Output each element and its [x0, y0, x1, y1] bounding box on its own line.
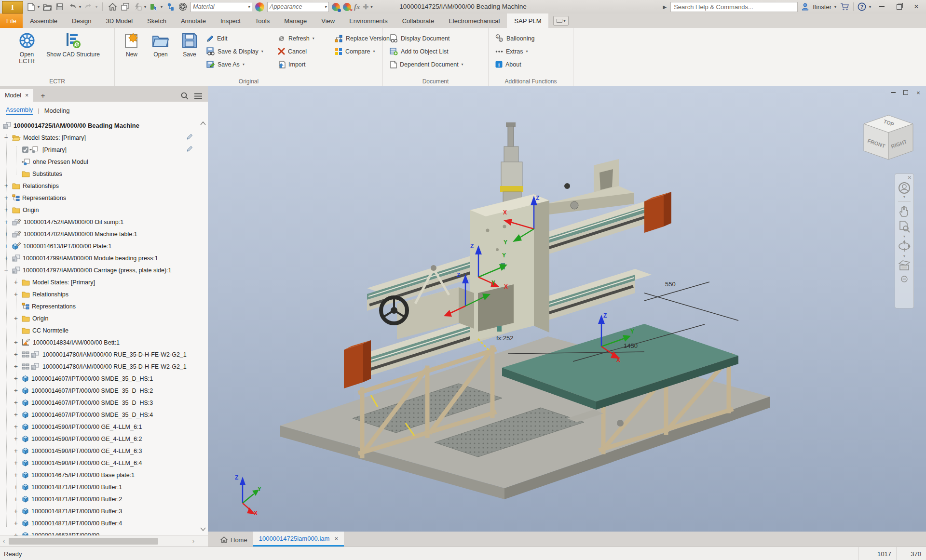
tree-expander-icon[interactable]: +	[3, 206, 10, 213]
ribbon-tab-electromechanical[interactable]: Electromechanical	[441, 13, 507, 28]
navbar-close-icon[interactable]: ✕	[906, 174, 913, 181]
browser-tab-close-icon[interactable]: ×	[25, 92, 28, 99]
ribbon-tab-view[interactable]: View	[314, 13, 342, 28]
tree-expander-icon[interactable]: +	[13, 339, 19, 346]
tree-item[interactable]: CC Normteile	[0, 324, 198, 336]
tree-item[interactable]: +10000014871/IPT/000/00 Buffer:2	[0, 493, 198, 505]
tree-expander-icon[interactable]: +	[13, 351, 19, 358]
tree-expander-icon[interactable]: −	[3, 134, 10, 141]
tree-expander-icon[interactable]: +	[13, 315, 19, 322]
tree-expander-icon[interactable]: +	[3, 218, 10, 226]
appearance-combo[interactable]: Appearance▾	[267, 2, 329, 12]
document-tab-close-icon[interactable]: ×	[334, 535, 338, 542]
tree-item[interactable]: +10000014799/IAM/000/00 Module beading p…	[0, 252, 198, 264]
browser-hscrollbar[interactable]: ‹ ›	[0, 535, 208, 547]
ribbon-tab-file[interactable]: File	[0, 13, 23, 28]
tree-expander-icon[interactable]: +	[13, 483, 19, 491]
tree-item[interactable]: +10000014871/IPT/000/00 Buffer:4	[0, 517, 198, 529]
tree-item[interactable]: [Primary]	[0, 144, 198, 156]
ribbon-tab-collaborate[interactable]: Collaborate	[395, 13, 442, 28]
help-dropdown[interactable]: ▾	[869, 5, 871, 9]
tree-item[interactable]: Substitutes	[0, 168, 198, 180]
tree-expander-icon[interactable]: +	[13, 387, 19, 394]
tree-expander-icon[interactable]: −	[3, 267, 10, 274]
tree-item[interactable]: +10000014590/IPT/000/00 GE_4-LLM_6:3	[0, 445, 198, 457]
open-ectr-button[interactable]: Open ECTR	[13, 31, 41, 65]
inventor-logo[interactable]: I	[2, 1, 23, 13]
tree-item[interactable]: +10000014780/IAM/000/00 RUE_35-D-H-FE-W2…	[0, 348, 198, 360]
tree-expander-icon[interactable]: +	[13, 459, 19, 467]
tree-expander-icon[interactable]: +	[13, 507, 19, 515]
tree-item[interactable]: 10000014725/IAM/000/00 Beading Machine	[0, 120, 198, 132]
ribbon-tab-manage[interactable]: Manage	[277, 13, 314, 28]
display-document-button[interactable]: Display Document	[387, 32, 467, 45]
ribbon-tab-assemble[interactable]: Assemble	[23, 13, 65, 28]
about-button[interactable]: iAbout	[492, 58, 538, 71]
tree-expander-icon[interactable]: +	[13, 447, 19, 454]
browser-search-icon[interactable]	[181, 92, 189, 100]
clear-appearance-icon[interactable]: ×	[343, 3, 351, 11]
user-dropdown[interactable]: ▾	[834, 5, 836, 9]
save-button[interactable]: Save	[176, 31, 204, 58]
parameters-icon[interactable]	[133, 2, 142, 12]
add-qat-icon[interactable]: ✚	[363, 3, 369, 11]
select-tool-dropdown[interactable]: ▾	[161, 5, 163, 9]
tree-item[interactable]: +10000014702/IAM/000/00 Machine table:1	[0, 228, 198, 240]
ballooning-button[interactable]: 12Ballooning	[492, 32, 538, 45]
tree-item[interactable]: +10000014590/IPT/000/00 GE_4-LLM_6:4	[0, 457, 198, 469]
tree-item[interactable]: +Relationships	[0, 180, 198, 192]
help-icon[interactable]: ?	[858, 2, 866, 11]
tree-item[interactable]: +10000014607/IPT/000/00 SMDE_35_D_HS:2	[0, 385, 198, 397]
tree-item[interactable]: +10000014607/IPT/000/00 SMDE_35_D_HS:3	[0, 397, 198, 409]
refresh-button[interactable]: Refresh▾	[275, 32, 332, 45]
undo-dropdown[interactable]: ▾	[79, 5, 81, 9]
hscroll-thumb[interactable]	[9, 538, 158, 545]
pan-icon[interactable]	[898, 205, 911, 217]
ribbon-tab-sap-plm[interactable]: SAP PLM	[507, 13, 548, 28]
subtab-assembly[interactable]: Assembly	[6, 106, 33, 115]
edit-pencil-icon[interactable]	[187, 133, 193, 140]
doc-close-icon[interactable]: ×	[914, 89, 922, 96]
tree-item[interactable]: −Model States: [Primary]	[0, 132, 198, 144]
cart-icon[interactable]	[840, 3, 849, 11]
tree-item[interactable]: +10000014871/IPT/000/00 Buffer:3	[0, 505, 198, 517]
help-search-input[interactable]: Search Help & Commands...	[670, 2, 798, 12]
tree-expander-icon[interactable]: +	[3, 230, 10, 238]
tree-item[interactable]: +Model States: [Primary]	[0, 276, 198, 288]
search-expand-icon[interactable]: ▶	[663, 4, 667, 10]
redo-icon[interactable]	[84, 2, 94, 12]
orbit-dropdown[interactable]: ▾	[903, 254, 905, 258]
tree-item[interactable]: +10000014871/IPT/000/00 Buffer:1	[0, 481, 198, 493]
cancel-button[interactable]: Cancel	[275, 45, 332, 58]
open-file-icon[interactable]	[42, 2, 52, 12]
tree-item[interactable]: +10000014590/IPT/000/00 GE_4-LLM_6:2	[0, 433, 198, 445]
edit-pencil-icon[interactable]	[187, 146, 193, 152]
tree-item[interactable]: Representations	[0, 300, 198, 312]
tree-item[interactable]: +10000014834/IAM/000/00 Bett:1	[0, 336, 198, 348]
tree-item[interactable]: +Relationships	[0, 288, 198, 300]
tree-expander-icon[interactable]: +	[3, 182, 10, 189]
doc-minimize-icon[interactable]	[889, 89, 897, 96]
tree-expander-icon[interactable]: +	[13, 520, 19, 527]
undo-icon[interactable]	[68, 2, 77, 12]
graphics-viewport[interactable]: 550 1450 fx:252 ZXYZYZYXZYXZYX TOP FRONT…	[208, 86, 926, 532]
restore-button[interactable]	[892, 1, 906, 12]
doc-restore-icon[interactable]	[902, 89, 910, 96]
ribbon-collapse-button[interactable]: ▾	[553, 16, 569, 26]
tree-item[interactable]: +10000014607/IPT/000/00 SMDE_35_D_HS:1	[0, 373, 198, 385]
parameters-dropdown[interactable]: ▾	[144, 5, 146, 9]
tree-expander-icon[interactable]: +	[13, 399, 19, 406]
ribbon-tab-annotate[interactable]: Annotate	[174, 13, 213, 28]
tree-expander-icon[interactable]: +	[13, 435, 19, 442]
browser-add-tab-button[interactable]: ＋	[33, 89, 52, 102]
look-at-icon[interactable]	[898, 260, 911, 271]
navbar-customize-icon[interactable]	[901, 276, 908, 282]
tree-item[interactable]: +10000014675/IPT/000/00 Base plate:1	[0, 469, 198, 481]
tree-expander-icon[interactable]: +	[13, 495, 19, 503]
beading-machine-model[interactable]	[208, 86, 926, 532]
tree-item[interactable]: +10000014590/IPT/000/00 GE_4-LLM_6:1	[0, 421, 198, 433]
tree-expander-icon[interactable]: +	[3, 254, 10, 262]
appearance-wheel-icon[interactable]	[178, 2, 188, 12]
home-tab[interactable]: Home	[215, 533, 253, 547]
fx-parameters-icon[interactable]: fx	[354, 3, 360, 11]
